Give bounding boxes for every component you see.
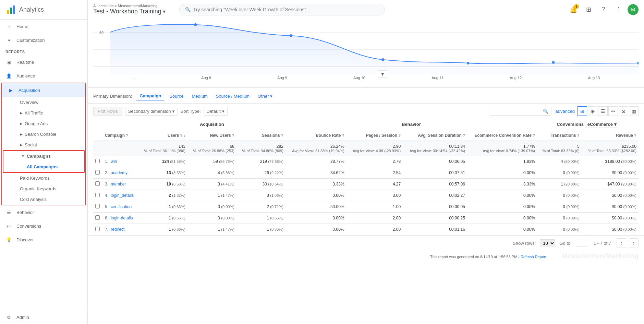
row-bounce-rate: 3.33% — [285, 179, 347, 190]
row-campaign: 3. member — [103, 179, 138, 190]
row-checkbox[interactable] — [93, 213, 103, 224]
dim-tab-medium[interactable]: Medium — [188, 92, 211, 100]
sort-type-dropdown[interactable]: Default ▾ — [204, 107, 228, 116]
table-search-icon: 🔍 — [543, 109, 548, 114]
sort-type-label: Sort Type: — [181, 109, 201, 114]
sidebar-item-home[interactable]: ⌂ Home — [0, 20, 87, 33]
total-transactions: 5 % of Total: 83.33% (6) — [537, 141, 582, 156]
svg-point-10 — [552, 61, 555, 64]
table-row: 2. academy 13 (8.55%) 4 (5.88%) 26 (9.22… — [93, 167, 639, 179]
row-checkbox[interactable] — [93, 167, 103, 179]
table-search-filter[interactable]: 🔍 — [490, 107, 551, 116]
dim-tab-source-medium[interactable]: Source / Medium — [212, 92, 253, 100]
row-num: 7. — [105, 227, 108, 232]
sidebar-sub-social[interactable]: ▶ Social — [2, 140, 85, 150]
sidebar-sub-overview[interactable]: Overview — [2, 97, 85, 108]
plot-rows-button[interactable]: Plot Rows — [93, 107, 122, 116]
sidebar-item-realtime[interactable]: ◉ Realtime — [0, 55, 87, 69]
sidebar-sub-organickeywords[interactable]: Organic Keywords — [2, 183, 85, 194]
row-checkbox[interactable] — [93, 201, 103, 213]
sidebar-item-conversions[interactable]: 🏷 Conversions — [0, 219, 87, 233]
refresh-report-link[interactable]: Refresh Report — [521, 255, 546, 259]
sidebar-item-behavior[interactable]: ☰ Behavior — [0, 205, 87, 219]
row-avg-session: 00:06:05 — [403, 156, 467, 167]
advanced-link[interactable]: advanced — [556, 109, 575, 114]
sidebar-sub-allcampaigns[interactable]: All Campaigns — [3, 161, 84, 172]
newusers-help-icon[interactable]: ? — [232, 133, 234, 137]
lifetime-view-button[interactable]: ▦ — [629, 106, 639, 116]
dim-tab-source[interactable]: Source — [166, 92, 187, 100]
campaign-link[interactable]: login_details — [111, 193, 134, 198]
row-checkbox[interactable] — [93, 224, 103, 235]
chart-x-label-0: ... — [132, 76, 135, 80]
account-avatar[interactable]: M — [628, 4, 639, 15]
app-title: Analytics — [19, 6, 44, 13]
campaign-link[interactable]: login-details — [111, 216, 133, 220]
row-checkbox[interactable] — [93, 156, 103, 167]
apps-button[interactable]: ⊞ — [582, 3, 595, 16]
next-page-button[interactable]: › — [629, 238, 639, 248]
row-num: 5. — [105, 204, 108, 209]
property-selector[interactable]: Test - Workshop Training ▾ — [93, 8, 166, 15]
search-input[interactable] — [193, 7, 379, 12]
campaign-link[interactable]: certification — [111, 204, 132, 209]
secondary-dim-arrow: ▾ — [172, 109, 175, 114]
sidebar-sub-paidkeywords[interactable]: Paid Keywords — [2, 173, 85, 183]
pie-view-button[interactable]: ◉ — [588, 106, 597, 116]
sidebar-item-discover[interactable]: 💡 Discover — [0, 233, 87, 247]
row-transactions: 4 (80.00%) — [537, 156, 582, 167]
data-view-button[interactable]: ⊞ — [578, 106, 587, 116]
sidebar-item-admin[interactable]: ⚙ Admin — [0, 310, 87, 324]
campaign-link[interactable]: member — [111, 182, 126, 187]
sidebar-sub-costanalysis[interactable]: Cost Analysis — [2, 194, 85, 205]
row-checkbox[interactable] — [93, 190, 103, 201]
row-checkbox[interactable] — [93, 179, 103, 190]
dim-tab-other[interactable]: Other ▾ — [254, 92, 276, 100]
th-transactions: Transactions ? — [537, 130, 582, 141]
pages-help-icon[interactable]: ? — [398, 133, 401, 137]
row-campaign: 1. win — [103, 156, 138, 167]
search-icon: 🔍 — [185, 7, 191, 12]
comparison-view-button[interactable]: ⇔ — [608, 106, 618, 116]
view-buttons: ⊞ ◉ ☰ ⇔ ⊠ ▦ — [578, 106, 639, 116]
row-num: 4. — [105, 193, 108, 198]
sidebar-item-acquisition[interactable]: ▶ Acquisition — [2, 83, 85, 97]
sessions-help-icon[interactable]: ? — [281, 133, 283, 137]
bouncerate-help-icon[interactable]: ? — [342, 133, 344, 137]
sidebar-item-customization[interactable]: ✦ Customization — [0, 33, 87, 47]
row-new-users: 3 (4.41%) — [187, 179, 236, 190]
prev-page-button[interactable]: ‹ — [617, 238, 626, 248]
convrate-help-icon[interactable]: ? — [533, 133, 535, 137]
users-help-icon[interactable]: ? — [180, 133, 183, 137]
sidebar-sub-searchconsole[interactable]: ▶ Search Console — [2, 129, 85, 140]
conversions-dropdown[interactable]: eCommerce ▾ — [585, 121, 619, 128]
topbar: All accounts > MeasurementMarketing.... … — [88, 0, 644, 19]
sidebar-sub-campaigns[interactable]: ▼ Campaigns — [3, 151, 84, 161]
notification-button[interactable]: 🔔 1 — [567, 3, 580, 16]
content-area: 50 ... Aug 8 Aug 9 Aug 10 Aug 11 Aug 12 … — [88, 19, 644, 324]
help-button[interactable]: ? — [597, 3, 610, 16]
campaign-help-icon[interactable]: ? — [126, 133, 128, 137]
table-search-input[interactable] — [493, 109, 543, 114]
secondary-dimension-dropdown[interactable]: Secondary dimension ▾ — [125, 107, 178, 116]
dim-tab-campaign[interactable]: Campaign — [136, 92, 165, 100]
transactions-help-icon[interactable]: ? — [577, 133, 580, 137]
sidebar-sub-alltraffic[interactable]: ▶ All Traffic — [2, 108, 85, 118]
campaign-link[interactable]: win — [111, 159, 117, 164]
sidebar-sub-googleads[interactable]: ▶ Google Ads — [2, 118, 85, 129]
more-options-button[interactable]: ⋮ — [612, 3, 625, 16]
avgsession-help-icon[interactable]: ? — [463, 133, 465, 137]
row-num: 2. — [105, 170, 108, 175]
rows-per-page-select[interactable]: 10 25 50 — [540, 239, 555, 247]
revenue-help-icon[interactable]: ? — [634, 133, 636, 137]
campaign-link[interactable]: redirect — [111, 227, 124, 232]
row-revenue: $0.00 (0.00%) — [582, 224, 639, 235]
go-to-input[interactable]: 1 — [576, 240, 588, 247]
search-box[interactable]: 🔍 — [179, 4, 385, 15]
campaign-link[interactable]: academy — [111, 170, 127, 175]
pivot-view-button[interactable]: ⊠ — [619, 106, 628, 116]
performance-view-button[interactable]: ☰ — [598, 106, 608, 116]
report-generated-text: This report was generated on 8/14/19 at … — [430, 255, 520, 259]
row-pages-session: 2.00 — [347, 224, 403, 235]
sidebar-item-audience[interactable]: 👤 Audience — [0, 69, 87, 83]
